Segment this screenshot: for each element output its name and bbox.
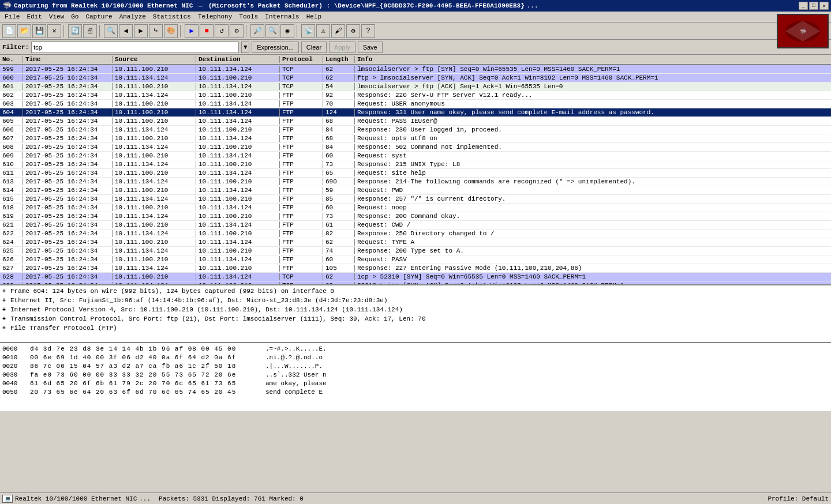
expression-button[interactable]: Expression... — [252, 42, 299, 53]
title-bar: 🦈 Capturing from Realtek 10/100/1000 Eth… — [0, 0, 831, 12]
toolbar-goto-button[interactable]: ⤷ — [149, 24, 163, 38]
hex-bytes: d4 3d 7e 23 d8 3e 14 14 4b 1b 96 af 08 0… — [30, 345, 261, 352]
table-row[interactable]: 6132017-05-25 16:24:3410.111.134.12410.1… — [0, 178, 831, 186]
detail-line[interactable]: +Ethernet II, Src: FujianSt_1b:96:af (14… — [2, 296, 829, 305]
table-row[interactable]: 6252017-05-25 16:24:3410.111.134.12410.1… — [0, 247, 831, 255]
toolbar-print-button[interactable]: 🖨 — [83, 24, 97, 38]
table-row[interactable]: 6082017-05-25 16:24:3410.111.134.12410.1… — [0, 143, 831, 152]
clear-button[interactable]: Clear — [301, 42, 327, 53]
table-row[interactable]: 6022017-05-25 16:24:3410.111.134.12410.1… — [0, 91, 831, 100]
hex-offset: 0040 — [2, 380, 25, 387]
toolbar-close-button[interactable]: ✕ — [47, 24, 61, 38]
toolbar-new-button[interactable]: 📄 — [2, 24, 16, 38]
table-row[interactable]: 6062017-05-25 16:24:3410.111.134.12410.1… — [0, 126, 831, 134]
menu-edit[interactable]: Edit — [23, 13, 45, 21]
expand-icon[interactable]: + — [2, 316, 9, 322]
filter-input[interactable] — [31, 42, 239, 53]
table-row[interactable]: 6212017-05-25 16:24:3410.111.100.21010.1… — [0, 221, 831, 230]
table-row[interactable]: 6142017-05-25 16:24:3410.111.100.21010.1… — [0, 186, 831, 195]
menu-go[interactable]: Go — [68, 13, 82, 21]
toolbar-back-button[interactable]: ◀ — [119, 24, 133, 38]
packet-list[interactable]: 5992017-05-25 16:24:3410.111.100.21010.1… — [0, 65, 831, 284]
table-row[interactable]: 6242017-05-25 16:24:3410.111.100.21010.1… — [0, 238, 831, 247]
toolbar-capture-stop-button[interactable]: ■ — [200, 24, 214, 38]
menu-capture[interactable]: Capture — [82, 13, 115, 21]
table-row[interactable]: 6032017-05-25 16:24:3410.111.100.21010.1… — [0, 100, 831, 108]
menu-view[interactable]: View — [46, 13, 68, 21]
table-row[interactable]: 6282017-05-25 16:24:3410.111.100.21010.1… — [0, 273, 831, 281]
title-right: (Microsoft's Packet Scheduler) : \Device… — [208, 2, 525, 9]
hex-panel[interactable]: 0000d4 3d 7e 23 d8 3e 14 14 4b 1b 96 af … — [0, 342, 831, 411]
toolbar-fwd-button[interactable]: ▶ — [134, 24, 148, 38]
minimize-button[interactable]: _ — [799, 2, 808, 10]
toolbar-zoom-out-button[interactable]: 🔍 — [265, 24, 279, 38]
toolbar-capture-options-button[interactable]: ⚙ — [230, 24, 244, 38]
table-row[interactable]: 6272017-05-25 16:24:3410.111.134.12410.1… — [0, 264, 831, 273]
table-row[interactable]: 6092017-05-25 16:24:3410.111.100.21010.1… — [0, 152, 831, 160]
menu-telephony[interactable]: Telephony — [194, 13, 235, 21]
col-header-protocol: Protocol — [280, 56, 323, 63]
menu-help[interactable]: Help — [303, 13, 325, 21]
detail-line[interactable]: +Frame 604: 124 bytes on wire (992 bits)… — [2, 287, 829, 296]
table-row[interactable]: 6112017-05-25 16:24:3410.111.100.21010.1… — [0, 169, 831, 178]
close-button[interactable]: ✕ — [819, 2, 829, 10]
table-row[interactable]: 6042017-05-25 16:24:3410.111.100.21010.1… — [0, 108, 831, 117]
toolbar-zoom-in-button[interactable]: 🔎 — [250, 24, 264, 38]
expand-icon[interactable]: + — [2, 325, 9, 332]
detail-line[interactable]: +Transmission Control Protocol, Src Port… — [2, 314, 829, 324]
filter-dropdown-arrow[interactable]: ▼ — [241, 42, 249, 53]
toolbar-sep5 — [297, 25, 299, 37]
menu-statistics[interactable]: Statistics — [149, 13, 194, 21]
filter-bar: Filter: ▼ Expression... Clear Apply Save — [0, 40, 831, 55]
menu-tools[interactable]: Tools — [235, 13, 261, 21]
table-row[interactable]: 5992017-05-25 16:24:3410.111.100.21010.1… — [0, 65, 831, 74]
hex-ascii: ame okay, please — [265, 380, 327, 387]
toolbar-coloring-rules-button[interactable]: 🖌 — [331, 24, 345, 38]
toolbar-reload-button[interactable]: 🔄 — [68, 24, 82, 38]
detail-panel[interactable]: +Frame 604: 124 bytes on wire (992 bits)… — [0, 284, 831, 342]
toolbar: 📄 📂 💾 ✕ 🔄 🖨 🔍 ◀ ▶ ⤷ 🎨 ▶ ■ ↺ ⚙ 🔎 🔍 ◉ 📡 ⚠ … — [0, 22, 831, 40]
toolbar-expert-info-button[interactable]: ⚠ — [316, 24, 330, 38]
status-packets-info: Packets: 5331 Displayed: 761 Marked: 0 — [159, 495, 304, 502]
toolbar-zoom-normal-button[interactable]: ◉ — [280, 24, 294, 38]
col-header-time: Time — [23, 56, 113, 63]
save-button[interactable]: Save — [358, 42, 383, 53]
toolbar-open-button[interactable]: 📂 — [17, 24, 31, 38]
hex-bytes: 20 73 65 6e 64 20 63 6f 6d 70 6c 65 74 6… — [30, 389, 261, 396]
toolbar-preferences-button[interactable]: ⚙ — [346, 24, 360, 38]
detail-line[interactable]: +File Transfer Protocol (FTP) — [2, 324, 829, 333]
menu-file[interactable]: File — [1, 13, 23, 21]
hex-row: 0000d4 3d 7e 23 d8 3e 14 14 4b 1b 96 af … — [2, 344, 829, 353]
table-row[interactable]: 6152017-05-25 16:24:3410.111.134.12410.1… — [0, 195, 831, 204]
table-row[interactable]: 6292017-05-25 16:24:3410.111.134.12410.1… — [0, 281, 831, 284]
toolbar-color-button[interactable]: 🎨 — [164, 24, 178, 38]
toolbar-capture-restart-button[interactable]: ↺ — [215, 24, 229, 38]
table-row[interactable]: 6052017-05-25 16:24:3410.111.100.21010.1… — [0, 117, 831, 126]
expand-icon[interactable]: + — [2, 288, 9, 295]
menu-analyze[interactable]: Analyze — [116, 13, 149, 21]
maximize-button[interactable]: □ — [809, 2, 818, 10]
hex-offset: 0010 — [2, 354, 25, 361]
toolbar-find-button[interactable]: 🔍 — [104, 24, 118, 38]
table-row[interactable]: 6012017-05-25 16:24:3410.111.100.21010.1… — [0, 82, 831, 91]
table-row[interactable]: 6072017-05-25 16:24:3410.111.100.21010.1… — [0, 134, 831, 143]
col-header-destination: Destination — [196, 56, 280, 63]
table-row[interactable]: 6262017-05-25 16:24:3410.111.100.21010.1… — [0, 255, 831, 264]
expand-icon[interactable]: + — [2, 307, 9, 313]
col-header-info: Info — [355, 56, 831, 63]
toolbar-help-button[interactable]: ? — [361, 24, 375, 38]
menu-internals[interactable]: Internals — [261, 13, 302, 21]
toolbar-capture-start-button[interactable]: ▶ — [185, 24, 199, 38]
detail-text: Frame 604: 124 bytes on wire (992 bits),… — [10, 288, 334, 295]
table-row[interactable]: 6182017-05-25 16:24:3410.111.100.21010.1… — [0, 204, 831, 212]
table-row[interactable]: 6102017-05-25 16:24:3410.111.134.12410.1… — [0, 160, 831, 169]
toolbar-packet-capture-button[interactable]: 📡 — [301, 24, 315, 38]
table-row[interactable]: 6192017-05-25 16:24:3410.111.134.12410.1… — [0, 212, 831, 221]
toolbar-save-button[interactable]: 💾 — [32, 24, 46, 38]
hex-bytes: 00 6e 69 1d 40 00 3f 06 d2 40 0a 6f 64 d… — [30, 354, 261, 361]
detail-line[interactable]: +Internet Protocol Version 4, Src: 10.11… — [2, 305, 829, 314]
table-row[interactable]: 6002017-05-25 16:24:3410.111.134.12410.1… — [0, 74, 831, 82]
expand-icon[interactable]: + — [2, 298, 9, 304]
apply-button[interactable]: Apply — [329, 42, 355, 53]
table-row[interactable]: 6222017-05-25 16:24:3410.111.134.12410.1… — [0, 230, 831, 238]
